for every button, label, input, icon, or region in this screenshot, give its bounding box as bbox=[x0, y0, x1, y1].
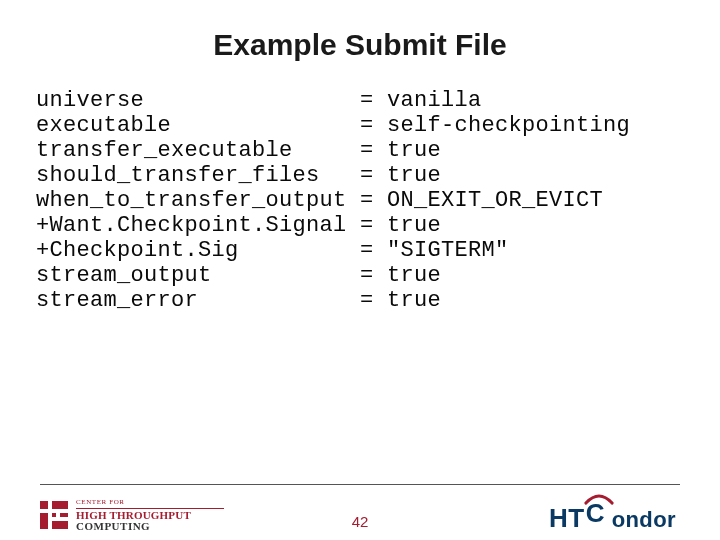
svg-rect-2 bbox=[52, 501, 68, 509]
chtc-logo-line1: CENTER FOR bbox=[76, 499, 224, 506]
footer: CENTER FOR HIGH THROUGHPUT COMPUTING 42 … bbox=[0, 484, 720, 540]
slide: Example Submit File universe = vanilla e… bbox=[0, 0, 720, 540]
submit-file-code: universe = vanilla executable = self-che… bbox=[0, 76, 720, 313]
htcondor-c-wrap: C bbox=[584, 501, 614, 527]
htcondor-suffix: ondor bbox=[612, 507, 676, 533]
svg-rect-0 bbox=[40, 501, 48, 509]
htcondor-logo: HT C ondor bbox=[549, 501, 676, 534]
htcondor-c: C bbox=[586, 498, 605, 529]
htcondor-ht: HT bbox=[549, 503, 585, 534]
footer-rule bbox=[40, 484, 680, 485]
slide-title: Example Submit File bbox=[0, 0, 720, 76]
